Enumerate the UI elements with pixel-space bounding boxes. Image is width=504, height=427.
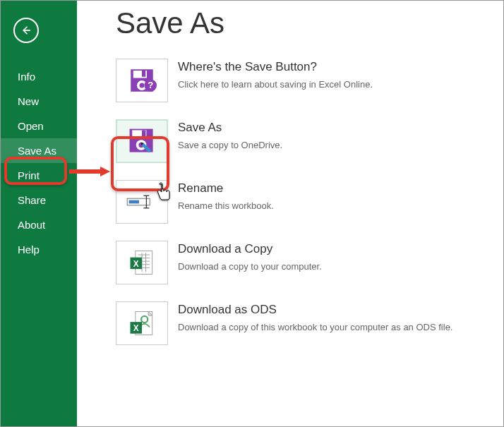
page-title: Save As xyxy=(116,6,503,40)
option-title: Where's the Save Button? xyxy=(178,60,373,74)
option-title: Download as ODS xyxy=(178,303,452,317)
option-desc: Click here to learn about saving in Exce… xyxy=(178,78,373,91)
option-desc: Rename this workbook. xyxy=(178,200,274,212)
sidebar-item-label: Help xyxy=(18,243,40,255)
option-title: Rename xyxy=(178,181,274,196)
option-desc: Download a copy of this workbook to your… xyxy=(178,321,452,334)
sidebar-item-label: Save As xyxy=(18,145,56,157)
sidebar-item-new[interactable]: New xyxy=(1,89,77,114)
svg-text:X: X xyxy=(133,323,139,333)
sidebar-item-info[interactable]: Info xyxy=(1,64,77,89)
option-rename[interactable]: Rename Rename this workbook. xyxy=(116,180,503,224)
option-tile[interactable]: X xyxy=(116,301,168,345)
svg-rect-16 xyxy=(129,200,139,204)
sidebar-item-label: Share xyxy=(18,194,46,206)
sidebar-item-label: Open xyxy=(18,120,44,132)
option-title: Download a Copy xyxy=(178,242,322,256)
option-title: Save As xyxy=(178,121,282,135)
option-desc: Save a copy to OneDrive. xyxy=(178,139,282,152)
option-download-copy[interactable]: X Download a Copy Download a copy to you… xyxy=(116,241,503,284)
option-download-ods[interactable]: X Download as ODS Download a copy of thi… xyxy=(116,301,503,345)
arrow-left-icon xyxy=(20,24,32,37)
svg-rect-10 xyxy=(142,130,146,136)
sidebar-item-label: Print xyxy=(18,169,40,181)
floppy-save-icon xyxy=(126,126,157,157)
sidebar-item-label: About xyxy=(18,219,45,231)
ods-file-icon: X xyxy=(126,308,157,339)
svg-text:X: X xyxy=(133,259,139,269)
option-desc: Download a copy to your computer. xyxy=(178,260,322,273)
sidebar-item-help[interactable]: Help xyxy=(1,237,77,262)
sidebar-item-label: New xyxy=(18,95,39,107)
sidebar-item-open[interactable]: Open xyxy=(1,114,77,138)
rename-icon xyxy=(125,191,159,212)
excel-file-icon: X xyxy=(126,247,157,278)
sidebar-item-print[interactable]: Print xyxy=(1,163,77,188)
option-where-save-button[interactable]: ? Where's the Save Button? Click here to… xyxy=(116,59,503,102)
svg-text:?: ? xyxy=(148,80,153,90)
back-button[interactable] xyxy=(13,18,39,43)
svg-point-5 xyxy=(140,83,145,88)
floppy-question-icon: ? xyxy=(127,66,157,95)
sidebar: Info New Open Save As Print Share About … xyxy=(1,1,77,426)
option-tile[interactable]: X xyxy=(116,241,168,284)
option-tile[interactable] xyxy=(116,180,168,224)
option-save-as[interactable]: Save As Save a copy to OneDrive. xyxy=(116,119,503,163)
sidebar-item-share[interactable]: Share xyxy=(1,188,77,212)
sidebar-item-about[interactable]: About xyxy=(1,212,77,237)
option-tile[interactable]: ? xyxy=(116,59,168,102)
sidebar-item-save-as[interactable]: Save As xyxy=(1,138,77,163)
sidebar-item-label: Info xyxy=(18,71,35,83)
svg-rect-3 xyxy=(142,71,145,77)
main-content: Save As ? Where's the Save Button? Cl xyxy=(77,1,503,426)
option-tile[interactable] xyxy=(116,119,168,163)
